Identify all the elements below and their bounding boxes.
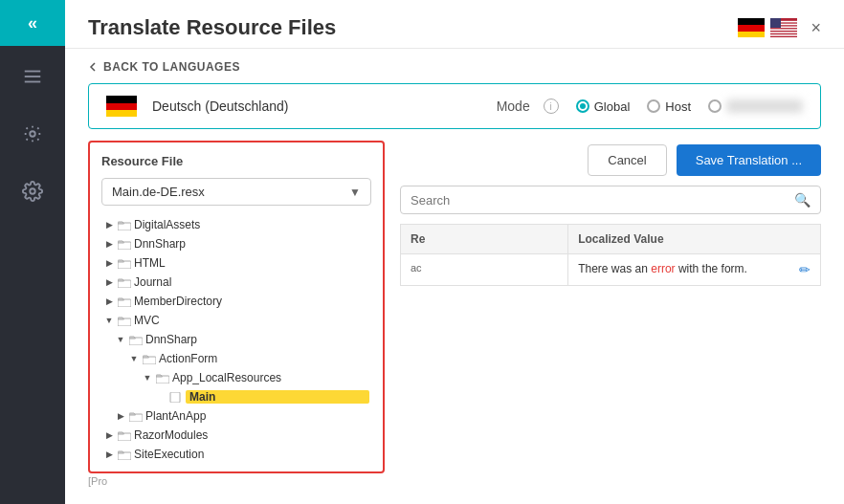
tree-label: SiteExecution [134, 448, 369, 460]
tree-toggle: ▶ [103, 429, 115, 441]
folder-icon [118, 239, 131, 250]
radio-custom-indicator [708, 99, 722, 113]
tree-label: Journal [134, 275, 369, 289]
tree-toggle: ▶ [103, 276, 115, 288]
radio-host-label: Host [665, 99, 691, 114]
cancel-button[interactable]: Cancel [588, 144, 666, 176]
tree-label: MemberDirectory [134, 295, 369, 308]
de-flag[interactable] [738, 18, 765, 37]
svg-rect-6 [738, 25, 765, 32]
language-name: Deutsch (Deutschland) [152, 99, 288, 114]
tree-item-mvc[interactable]: ▼ MVC [101, 311, 371, 330]
tree-label: RazorModules [134, 428, 369, 442]
tree-label: DnnSharp [134, 237, 369, 251]
svg-rect-5 [738, 18, 765, 25]
radio-global-label: Global [594, 99, 631, 114]
radio-host-indicator [647, 99, 660, 113]
two-column-layout: Resource File Main.de-DE.resx ▼ ▶ [88, 141, 821, 489]
file-icon [169, 392, 183, 403]
svg-rect-12 [770, 29, 797, 31]
right-panel: Cancel Save Translation ... 🔍 Re Localiz… [400, 141, 821, 489]
dropdown-arrow-icon: ▼ [349, 186, 361, 199]
tree-toggle: ▼ [128, 353, 140, 364]
back-to-languages[interactable]: BACK TO LANGUAGES [88, 49, 821, 83]
language-bar: Deutsch (Deutschland) Mode i Global Host [88, 83, 821, 129]
tree-toggle: ▶ [103, 449, 115, 460]
tree-toggle: ▶ [103, 238, 115, 250]
tree-toggle [155, 391, 167, 403]
tree-label: Main [186, 390, 369, 404]
folder-icon [118, 296, 131, 307]
main-area: Translate Resource Files × [65, 0, 844, 504]
folder-icon [118, 277, 131, 288]
resource-file-box: Resource File Main.de-DE.resx ▼ ▶ [88, 141, 385, 473]
tree-item-plantanapp[interactable]: ▶ PlantAnApp [101, 406, 371, 426]
tree-item-razormodules[interactable]: ▶ RazorModules [101, 426, 371, 445]
action-buttons: Cancel Save Translation ... [400, 141, 821, 176]
svg-rect-14 [770, 34, 797, 36]
col-localized-header: Localized Value [568, 225, 820, 253]
tree-item-memberdirectory[interactable]: ▶ MemberDirectory [101, 292, 371, 311]
page-title: Translate Resource Files [88, 15, 336, 40]
selected-file-name: Main.de-DE.resx [112, 185, 205, 199]
tree-item-siteexecution[interactable]: ▶ SiteExecution [101, 445, 371, 460]
mode-radio-group: Global Host [576, 99, 803, 114]
mode-info-icon[interactable]: i [544, 99, 559, 114]
tree-toggle: ▶ [103, 257, 115, 269]
tree-toggle: ▼ [103, 315, 115, 326]
localized-text-highlight: error [651, 262, 675, 275]
tree-label: HTML [134, 256, 369, 270]
radio-host[interactable]: Host [647, 99, 691, 114]
sidebar-logo[interactable]: « [0, 0, 65, 46]
radio-custom[interactable] [708, 99, 803, 113]
cell-resource: ac [401, 254, 568, 285]
svg-rect-16 [106, 96, 137, 103]
partial-left-text: [Pro [88, 473, 385, 489]
svg-rect-17 [106, 103, 137, 110]
search-icon: 🔍 [794, 192, 811, 208]
back-arrow-icon [88, 62, 98, 72]
gear-icon [22, 181, 43, 202]
close-button[interactable]: × [811, 18, 821, 38]
search-input[interactable] [411, 193, 787, 208]
tree-label: ActionForm [159, 352, 369, 365]
folder-open-icon [143, 354, 156, 364]
col-resource-header: Re [401, 225, 568, 253]
tree-item-digitalassets[interactable]: ▶ DigitalAssets [101, 215, 371, 234]
resource-file-label: Resource File [101, 154, 371, 168]
tree-toggle: ▼ [115, 334, 126, 345]
tree-label: DnnSharp [145, 333, 369, 346]
radio-global[interactable]: Global [576, 99, 631, 114]
folder-open-icon [118, 316, 131, 326]
svg-rect-7 [738, 32, 765, 37]
back-nav-label: BACK TO LANGUAGES [103, 60, 240, 74]
tree-item-dnnsharp-root[interactable]: ▶ DnnSharp [101, 234, 371, 253]
menu-icon [22, 66, 43, 87]
tree-item-dnnsharp-mvc[interactable]: ▼ DnnSharp [101, 330, 371, 349]
tree-label: DigitalAssets [134, 218, 369, 231]
tree-label: PlantAnApp [145, 409, 369, 423]
tree-item-actionform[interactable]: ▼ ActionForm [101, 349, 371, 368]
folder-open-icon [129, 335, 143, 345]
sidebar-item-tools[interactable] [0, 107, 65, 161]
folder-icon [118, 258, 131, 269]
tree-item-journal[interactable]: ▶ Journal [101, 273, 371, 292]
tree-toggle: ▼ [142, 372, 153, 383]
table-row: ac There was an error with the form. ✏ [400, 254, 821, 286]
tree-item-main[interactable]: Main [101, 387, 371, 406]
save-translation-button[interactable]: Save Translation ... [677, 144, 821, 176]
tree-item-html[interactable]: ▶ HTML [101, 253, 371, 273]
cell-localized: There was an error with the form. ✏ [568, 254, 820, 285]
sidebar-item-settings[interactable] [0, 164, 65, 218]
us-flag[interactable] [770, 18, 797, 37]
folder-icon [129, 411, 143, 422]
left-panel: Resource File Main.de-DE.resx ▼ ▶ [88, 141, 385, 489]
header-flags: × [738, 18, 821, 38]
tree-item-applocalresources[interactable]: ▼ App_LocalResources [101, 368, 371, 387]
sidebar-item-menu[interactable] [0, 50, 65, 103]
folder-open-icon [156, 373, 169, 383]
edit-icon[interactable]: ✏ [799, 262, 811, 277]
svg-rect-18 [106, 110, 137, 117]
localized-text-after: with the form. [676, 262, 747, 275]
file-select-dropdown[interactable]: Main.de-DE.resx ▼ [101, 178, 371, 206]
